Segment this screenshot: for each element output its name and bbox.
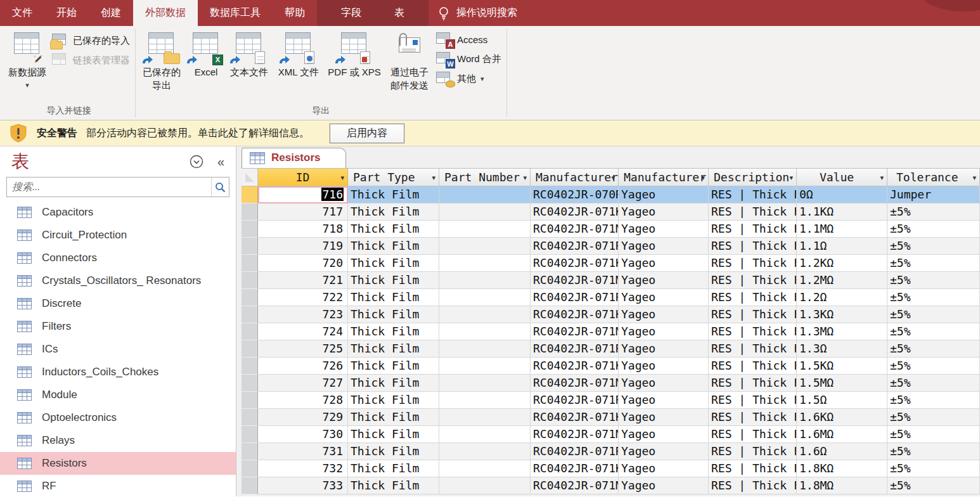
cell-description[interactable]: RES | Thick Fil xyxy=(709,375,797,392)
filter-dropdown-icon[interactable]: ▾ xyxy=(789,173,793,181)
cell-value[interactable]: 1.1Ω xyxy=(797,238,887,255)
menu-tab[interactable]: 数据库工具 xyxy=(198,0,273,26)
cell-part-type[interactable]: Thick Film xyxy=(348,426,439,443)
cell-tolerance[interactable]: ±5% xyxy=(887,221,980,238)
cell-part-type[interactable]: Thick Film xyxy=(348,323,439,340)
cell-value[interactable]: 1.8MΩ xyxy=(797,477,887,494)
cell-manufacturer-part[interactable]: RC0402JR-071K xyxy=(531,306,619,323)
email-button[interactable]: 通过电子 邮件发送 xyxy=(384,31,435,93)
record-selector[interactable] xyxy=(242,443,258,460)
cell-id[interactable]: 728 xyxy=(258,392,348,409)
security-warning-message[interactable]: 部分活动内容已被禁用。单击此处了解详细信息。 xyxy=(86,127,309,140)
record-selector[interactable] xyxy=(242,409,258,426)
cell-tolerance[interactable]: ±5% xyxy=(887,238,980,255)
cell-part-number[interactable] xyxy=(439,306,531,323)
cell-manufacturer[interactable]: Yageo xyxy=(619,306,709,323)
tell-me-search[interactable]: 操作说明搜索 xyxy=(429,0,526,26)
sidebar-table-item[interactable]: Connectors xyxy=(0,247,236,269)
cell-part-type[interactable]: Thick Film xyxy=(348,460,439,477)
sidebar-table-item[interactable]: ICs xyxy=(0,338,236,361)
cell-manufacturer[interactable]: Yageo xyxy=(619,340,709,358)
sidebar-table-item[interactable]: Resistors xyxy=(0,452,236,475)
record-selector[interactable] xyxy=(242,186,258,203)
cell-id[interactable]: 726 xyxy=(258,358,348,375)
record-selector[interactable] xyxy=(242,340,258,358)
saved-exports-button[interactable]: 已保存的 导出 xyxy=(137,31,186,93)
record-selector[interactable] xyxy=(242,358,258,375)
nav-search-input[interactable] xyxy=(7,178,211,197)
cell-manufacturer[interactable]: Yageo xyxy=(619,323,709,340)
shutter-bar-collapse-icon[interactable]: « xyxy=(217,155,224,169)
cell-manufacturer-part[interactable]: RC0402JR-071R xyxy=(531,392,619,409)
cell-id[interactable]: 724 xyxy=(258,323,348,340)
cell-description[interactable]: RES | Thick Fil xyxy=(709,186,797,203)
column-header[interactable]: Tolerance ▾ xyxy=(887,169,980,186)
word-merge-button[interactable]: W Word 合并 xyxy=(436,52,501,66)
cell-part-type[interactable]: Thick Film xyxy=(348,203,439,221)
column-header[interactable]: Part Number ▾ xyxy=(439,169,531,186)
cell-description[interactable]: RES | Thick Fil xyxy=(709,306,797,323)
cell-manufacturer-part[interactable]: RC0402JR-071R xyxy=(531,340,619,358)
filter-dropdown-icon[interactable]: ▾ xyxy=(701,173,705,181)
cell-part-type[interactable]: Thick Film xyxy=(348,409,439,426)
cell-id[interactable]: 732 xyxy=(258,460,348,477)
cell-manufacturer-part[interactable]: RC0402JR-071K xyxy=(531,203,619,221)
cell-part-number[interactable] xyxy=(439,375,531,392)
cell-value[interactable]: 1.3MΩ xyxy=(797,323,887,340)
cell-manufacturer-part[interactable]: RC0402JR-071K xyxy=(531,358,619,375)
cell-id[interactable]: 727 xyxy=(258,375,348,392)
cell-part-number[interactable] xyxy=(439,426,531,443)
nav-menu-chevron-icon[interactable] xyxy=(190,155,203,169)
cell-value[interactable]: 1.2KΩ xyxy=(797,255,887,272)
cell-manufacturer-part[interactable]: RC0402JR-071M xyxy=(531,426,619,443)
cell-part-type[interactable]: Thick Film xyxy=(348,358,439,375)
export-access-button[interactable]: A Access xyxy=(436,32,501,46)
cell-part-number[interactable] xyxy=(439,221,531,238)
cell-part-number[interactable] xyxy=(439,323,531,340)
saved-imports-button[interactable]: 已保存的导入 xyxy=(52,34,130,48)
cell-description[interactable]: RES | Thick Fil xyxy=(709,272,797,289)
cell-manufacturer[interactable]: Yageo xyxy=(619,272,709,289)
cell-manufacturer-part[interactable]: RC0402JR-071R xyxy=(531,443,619,460)
cell-manufacturer-part[interactable]: RC0402JR-071M xyxy=(531,477,619,494)
cell-part-type[interactable]: Thick Film xyxy=(348,375,439,392)
cell-description[interactable]: RES | Thick Fil xyxy=(709,477,797,494)
cell-value[interactable]: 1.3Ω xyxy=(797,340,887,358)
record-selector[interactable] xyxy=(242,272,258,289)
cell-part-number[interactable] xyxy=(439,392,531,409)
export-pdf-xps-button[interactable]: PDF 或 XPS xyxy=(325,31,384,80)
cell-part-type[interactable]: Thick Film xyxy=(348,272,439,289)
cell-part-type[interactable]: Thick Film xyxy=(348,238,439,255)
cell-id[interactable]: 722 xyxy=(258,289,348,306)
cell-value[interactable]: 1.6KΩ xyxy=(797,409,887,426)
cell-description[interactable]: RES | Thick Fil xyxy=(709,289,797,306)
sidebar-table-item[interactable]: Relays xyxy=(0,429,236,452)
cell-part-type[interactable]: Thick Film xyxy=(348,289,439,306)
record-selector[interactable] xyxy=(242,460,258,477)
cell-manufacturer-part[interactable]: RC0402JR-071K xyxy=(531,255,619,272)
cell-manufacturer[interactable]: Yageo xyxy=(619,460,709,477)
cell-value[interactable]: 1.2MΩ xyxy=(797,272,887,289)
contextual-menu-tab[interactable]: 表 xyxy=(378,0,421,26)
column-header[interactable]: Description ▾ xyxy=(709,169,797,186)
cell-manufacturer-part[interactable]: RC0402JR-071R xyxy=(531,238,619,255)
cell-id[interactable]: 730 xyxy=(258,426,348,443)
export-xml-file-button[interactable]: XML 文件 xyxy=(273,31,325,80)
cell-value[interactable]: 1.1MΩ xyxy=(797,221,887,238)
cell-tolerance[interactable]: ±5% xyxy=(887,255,980,272)
cell-description[interactable]: RES | Thick Fil xyxy=(709,340,797,358)
cell-manufacturer[interactable]: Yageo xyxy=(619,375,709,392)
cell-part-type[interactable]: Thick Film xyxy=(348,221,439,238)
cell-tolerance[interactable]: ±5% xyxy=(887,323,980,340)
export-more-button[interactable]: 其他 ▾ xyxy=(436,72,501,86)
new-data-source-button[interactable]: 新数据源 ▾ xyxy=(4,31,51,93)
export-text-file-button[interactable]: 文本文件 xyxy=(226,31,273,80)
cell-manufacturer[interactable]: Yageo xyxy=(619,358,709,375)
cell-manufacturer[interactable]: Yageo xyxy=(619,238,709,255)
cell-part-type[interactable]: Thick Film xyxy=(348,477,439,494)
cell-manufacturer[interactable]: Yageo xyxy=(619,255,709,272)
cell-tolerance[interactable]: ±5% xyxy=(887,392,980,409)
cell-part-number[interactable] xyxy=(439,238,531,255)
cell-description[interactable]: RES | Thick Fil xyxy=(709,323,797,340)
sidebar-table-item[interactable]: Inductors_Coils_Chokes xyxy=(0,361,236,384)
